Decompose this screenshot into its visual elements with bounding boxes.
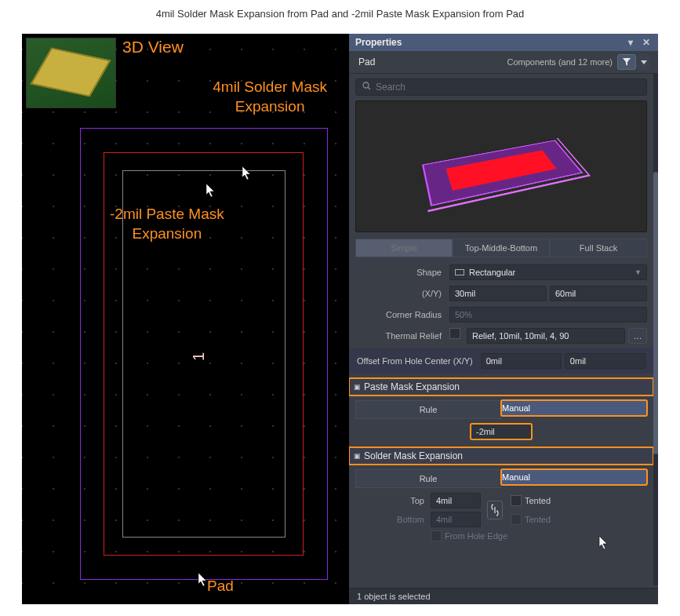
scrollbar-thumb[interactable]: [653, 172, 658, 454]
solder-bottom-tented-label: Tented: [525, 515, 551, 524]
pad-designator: 1: [190, 352, 208, 361]
from-hole-edge-label: From Hole Edge: [445, 531, 507, 541]
thermal-relief-label: Thermal Relief: [355, 331, 449, 341]
chevron-down-icon: [641, 60, 647, 64]
y-input[interactable]: 60mil: [550, 286, 647, 301]
label-3d-view: 3D View: [122, 38, 184, 56]
offset-y-input[interactable]: 0mil: [565, 353, 645, 369]
solder-bottom-tented-checkbox: [511, 514, 522, 525]
solder-mask-mode-toggle: Rule Manual: [355, 469, 647, 488]
solder-bottom-tented-row: Tented: [511, 514, 647, 525]
object-type: Pad: [358, 56, 375, 67]
solder-bottom-input: 4mil: [431, 512, 481, 527]
solder-top-tented-label: Tented: [525, 496, 551, 505]
x-input[interactable]: 30mil: [449, 286, 547, 301]
link-icon: [491, 504, 499, 516]
solder-top-bottom-grid: Top 4mil Tented Bottom 4mil Tented: [355, 493, 647, 527]
shape-label: Shape: [355, 268, 449, 277]
object-scope-row: Pad Components (and 12 more): [349, 51, 658, 74]
corner-radius-label: Corner Radius: [355, 310, 449, 319]
thermal-relief-edit-button[interactable]: …: [628, 328, 647, 344]
paste-mask-mode-toggle: Rule Manual: [355, 400, 647, 419]
shape-select-icon: [455, 269, 464, 275]
collapse-icon: ▣: [354, 383, 361, 391]
offset-row: Offset From Hole Center (X/Y) 0mil 0mil: [349, 348, 653, 374]
search-input-row: [355, 78, 647, 96]
panel-title: Properties: [355, 37, 402, 48]
xy-label: (X/Y): [355, 289, 449, 298]
scrollbar-track[interactable]: [653, 78, 658, 585]
pin-icon[interactable]: ▾: [625, 37, 636, 48]
filter-dropdown-button[interactable]: [638, 54, 650, 70]
thermal-relief-value[interactable]: Relief, 10mil, 10mil, 4, 90: [467, 328, 625, 344]
solder-top-input[interactable]: 4mil: [431, 493, 481, 508]
search-icon: [362, 82, 371, 93]
svg-point-0: [363, 82, 369, 88]
filter-button[interactable]: [617, 54, 636, 70]
label-solder-expansion: 4mil Solder Mask Expansion: [213, 78, 327, 116]
properties-panel: Properties ▾ ✕ Pad Components (and 12 mo…: [349, 34, 658, 604]
solder-top-tented-row: Tented: [511, 495, 647, 506]
thumbnail-3d[interactable]: [26, 38, 116, 108]
shape-select[interactable]: Rectangular ▼: [449, 264, 647, 280]
shape-value: Rectangular: [469, 268, 515, 277]
corner-radius-input: 50%: [449, 307, 647, 323]
tab-full-stack[interactable]: Full Stack: [550, 239, 647, 257]
thermal-relief-checkbox[interactable]: [449, 328, 460, 339]
solder-mask-section-header[interactable]: ▣ Solder Mask Expansion: [349, 447, 653, 465]
svg-line-1: [368, 87, 370, 89]
solder-top-label: Top: [355, 496, 424, 505]
pad-3d-preview[interactable]: [355, 100, 647, 232]
paste-expansion-input[interactable]: -2mil: [471, 424, 532, 439]
funnel-icon: [622, 57, 631, 67]
paste-mask-header-text: Paste Mask Expansion: [364, 381, 460, 392]
pcb-2d-view[interactable]: 3D View 4mil Solder Mask Expansion -2mil…: [22, 34, 349, 604]
search-input[interactable]: [376, 82, 640, 93]
chevron-down-icon: ▼: [635, 268, 642, 276]
panel-header: Properties ▾ ✕: [349, 34, 658, 51]
paste-rule-button[interactable]: Rule: [355, 400, 501, 419]
collapse-icon: ▣: [354, 452, 361, 460]
paste-mask-section-header[interactable]: ▣ Paste Mask Expansion: [349, 378, 653, 395]
paste-manual-button[interactable]: Manual: [501, 400, 647, 416]
solder-mask-header-text: Solder Mask Expansion: [364, 450, 463, 461]
offset-label: Offset From Hole Center (X/Y): [357, 356, 473, 366]
status-bar: 1 object is selected: [349, 588, 658, 604]
tab-top-middle-bottom[interactable]: Top-Middle-Bottom: [453, 239, 550, 257]
solder-top-tented-checkbox[interactable]: [511, 495, 522, 506]
label-pad: Pad: [207, 578, 234, 595]
page-title: 4mil Solder Mask Expansion from Pad and …: [0, 0, 680, 34]
thumbnail-pad-shape: [31, 48, 111, 97]
from-hole-edge-checkbox: [431, 530, 442, 541]
object-scope: Components (and 12 more): [507, 57, 613, 67]
stack-mode-tabs: Simple Top-Middle-Bottom Full Stack: [355, 239, 647, 257]
solder-manual-button[interactable]: Manual: [501, 469, 647, 485]
close-icon[interactable]: ✕: [641, 37, 652, 48]
solder-bottom-label: Bottom: [355, 515, 424, 524]
tab-simple[interactable]: Simple: [355, 239, 453, 257]
offset-x-input[interactable]: 0mil: [481, 353, 562, 369]
from-hole-edge-row: From Hole Edge: [431, 530, 647, 541]
preview-shape: [422, 140, 583, 206]
link-top-bottom-button[interactable]: [487, 501, 503, 519]
solder-rule-button[interactable]: Rule: [355, 469, 501, 488]
